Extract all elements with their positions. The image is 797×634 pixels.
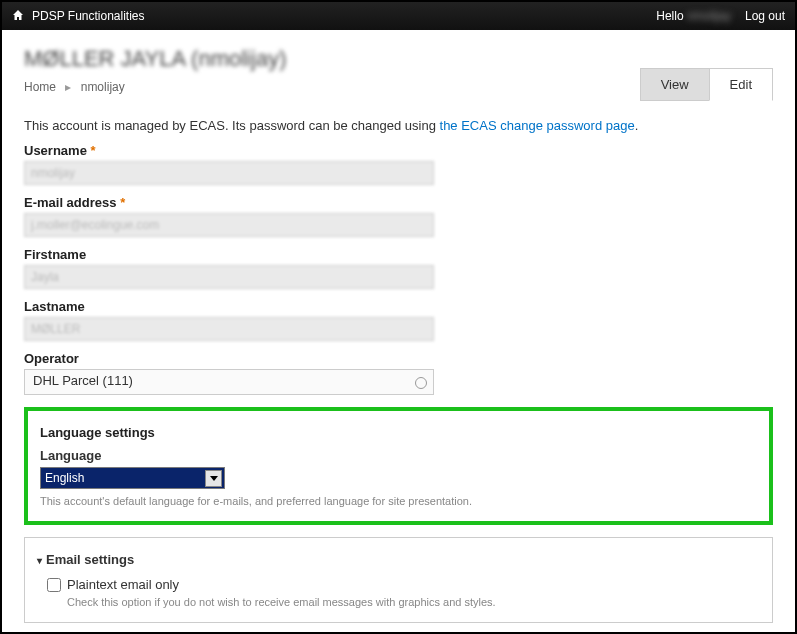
plaintext-label: Plaintext email only (67, 577, 179, 592)
home-icon[interactable] (12, 9, 24, 24)
tabs: View Edit (640, 68, 773, 101)
app-title: PDSP Functionalities (32, 9, 656, 23)
language-select[interactable]: English (40, 467, 225, 489)
language-section-title: Language settings (40, 425, 757, 440)
greeting: Hello nmolijay (656, 9, 731, 23)
lastname-field[interactable] (24, 317, 434, 341)
operator-field[interactable]: DHL Parcel (111) (24, 369, 434, 395)
crumb-current: nmolijay (81, 80, 125, 94)
topbar: PDSP Functionalities Hello nmolijay Log … (2, 2, 795, 30)
plaintext-help: Check this option if you do not wish to … (67, 596, 760, 608)
firstname-field[interactable] (24, 265, 434, 289)
intro-text: This account is managed by ECAS. Its pas… (24, 118, 773, 133)
language-label: Language (40, 448, 757, 463)
plaintext-checkbox[interactable] (47, 578, 61, 592)
language-settings-panel: Language settings Language English This … (24, 407, 773, 525)
firstname-label: Firstname (24, 247, 773, 262)
lastname-label: Lastname (24, 299, 773, 314)
username-field[interactable] (24, 161, 434, 185)
email-label: E-mail address * (24, 195, 773, 210)
language-help: This account's default language for e-ma… (40, 495, 757, 507)
crumb-home[interactable]: Home (24, 80, 56, 94)
email-section-title[interactable]: Email settings (37, 552, 760, 567)
ecas-link[interactable]: the ECAS change password page (440, 118, 635, 133)
tab-edit[interactable]: Edit (709, 68, 773, 101)
page-title: MØLLER JAYLA (nmolijay) (24, 46, 773, 72)
tab-view[interactable]: View (640, 68, 709, 101)
username-label: Username * (24, 143, 773, 158)
email-settings-panel: Email settings Plaintext email only Chec… (24, 537, 773, 623)
operator-label: Operator (24, 351, 773, 366)
logout-link[interactable]: Log out (745, 9, 785, 23)
email-field[interactable] (24, 213, 434, 237)
